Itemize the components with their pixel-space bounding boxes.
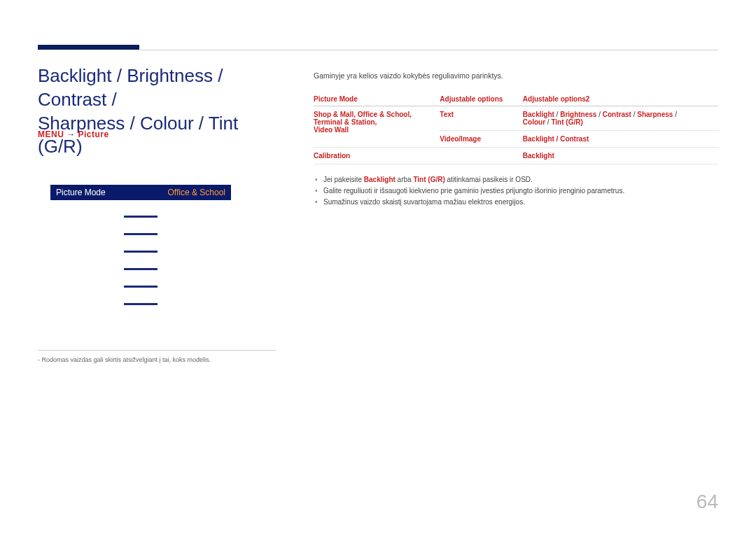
cell-option: Video/Image	[440, 131, 523, 148]
note-text: Jei pakeisite	[323, 176, 364, 183]
title-line-1: Backlight / Brightness / Contrast /	[38, 65, 223, 110]
opt: Contrast	[603, 111, 631, 118]
menu-label: MENU	[38, 129, 64, 139]
options-table: Picture Mode Adjustable options Adjustab…	[314, 92, 718, 164]
opt: Colour	[523, 118, 545, 126]
cell-picture-mode: Shop & Mall, Office & School, Terminal &…	[314, 106, 440, 148]
cell-adjustable: Backlight	[523, 148, 718, 164]
notes-list: Jei pakeisite Backlight arba Tint (G/R) …	[314, 174, 718, 208]
osd-slider-line	[124, 303, 158, 305]
cell-option: Text	[440, 106, 523, 131]
table-row: Calibration Backlight	[314, 148, 718, 164]
header-accent-bar	[38, 45, 139, 50]
header-rule	[140, 50, 718, 50]
mode-value: Shop & Mall	[314, 111, 354, 118]
osd-menu-preview: Picture Mode Office & School	[50, 185, 231, 305]
cell-adjustable: Backlight / Brightness / Contrast / Shar…	[523, 106, 718, 131]
page-number: 64	[696, 491, 718, 513]
opt: Backlight	[523, 111, 554, 118]
table-row: Shop & Mall, Office & School, Terminal &…	[314, 106, 718, 131]
breadcrumb: MENU → Picture	[38, 129, 109, 139]
osd-menu-title: Picture Mode	[56, 188, 106, 197]
footnote-text: Rodomas vaizdas gali skirtis atsižvelgia…	[42, 356, 211, 363]
breadcrumb-path: Picture	[78, 129, 109, 139]
osd-menu-header: Picture Mode Office & School	[50, 185, 231, 200]
osd-slider-line	[124, 233, 158, 235]
osd-slider-line	[124, 216, 158, 218]
opt: Brightness	[560, 111, 596, 118]
table-header: Adjustable options2	[523, 92, 718, 106]
arrow-icon: →	[66, 129, 76, 139]
note-item: Jei pakeisite Backlight arba Tint (G/R) …	[314, 174, 718, 185]
osd-slider-line	[124, 286, 158, 288]
osd-menu-value: Office & School	[168, 188, 226, 197]
table-header: Adjustable options	[440, 92, 523, 106]
osd-slider-line	[124, 251, 158, 253]
osd-slider-line	[124, 268, 158, 270]
note-text: atitinkamai pasikeis ir OSD.	[445, 176, 533, 183]
mode-value: Video Wall	[314, 126, 349, 134]
mode-value: Terminal & Station	[314, 118, 375, 126]
cell-adjustable: Backlight / Contrast	[523, 131, 718, 148]
page-title: Backlight / Brightness / Contrast / Shar…	[38, 64, 276, 159]
opt: Sharpness	[637, 111, 673, 118]
table-header: Picture Mode	[314, 92, 440, 106]
cell-option	[440, 148, 523, 164]
opt: Tint (G/R)	[551, 118, 582, 126]
footnote: Rodomas vaizdas gali skirtis atsižvelgia…	[38, 350, 276, 363]
note-item: Galite reguliuoti ir išsaugoti kiekvieno…	[314, 185, 718, 197]
cell-picture-mode: Calibration	[314, 148, 440, 164]
note-highlight: Backlight	[364, 176, 396, 183]
note-text: arba	[396, 176, 414, 183]
note-item: Sumažinus vaizdo skaistį suvartojama maž…	[314, 197, 718, 208]
content-column: Gaminyje yra kelios vaizdo kokybės regul…	[314, 71, 718, 208]
note-highlight: Tint (G/R)	[413, 176, 444, 183]
osd-slider-group	[50, 216, 231, 305]
intro-text: Gaminyje yra kelios vaizdo kokybės regul…	[314, 71, 718, 80]
mode-value: Office & School	[358, 111, 410, 118]
